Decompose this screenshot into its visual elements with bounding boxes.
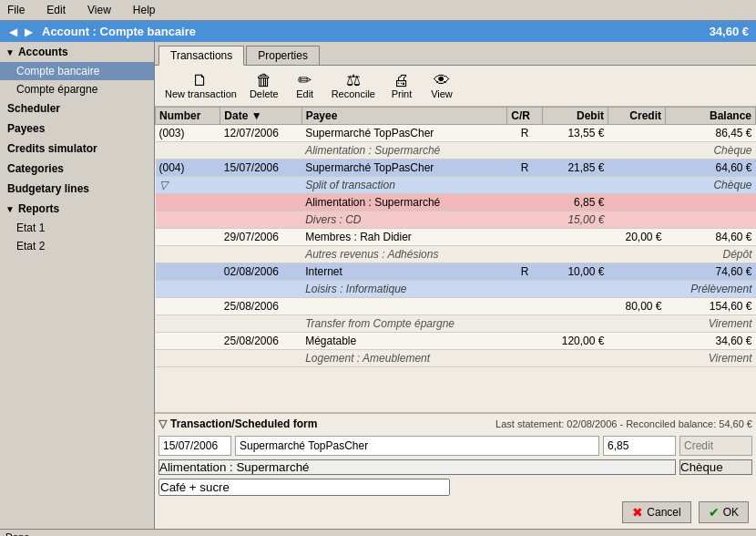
sidebar-item-scheduler[interactable]: Scheduler [0, 98, 154, 119]
table-cell: 15,00 € [543, 211, 608, 229]
table-cell: 154,60 € [666, 298, 756, 315]
view-button[interactable]: 👁 View [424, 69, 460, 102]
sidebar-item-compte-bancaire[interactable]: Compte bancaire [0, 62, 154, 80]
table-cell: Dépôt [666, 246, 756, 263]
transaction-table[interactable]: Number Date ▼ Payee C/R Debit Credit Bal… [155, 107, 756, 412]
edit-label: Edit [296, 88, 313, 99]
table-row[interactable]: 25/08/2006Mégatable120,00 €34,60 € [156, 333, 756, 350]
ok-icon: ✔ [709, 505, 720, 520]
table-cell [156, 350, 220, 367]
new-transaction-icon: 🗋 [192, 72, 209, 88]
table-row[interactable]: ▽Split of transactionChèque [156, 177, 756, 194]
table-row[interactable]: 29/07/2006Membres : Rah Didier20,00 €84,… [156, 229, 756, 246]
sidebar-item-credits[interactable]: Credits simulator [0, 139, 154, 159]
ok-label: OK [723, 506, 739, 519]
table-cell [156, 194, 220, 211]
reconcile-button[interactable]: ⚖ Reconcile [327, 69, 380, 102]
table-cell [507, 350, 543, 367]
table-cell [156, 142, 220, 160]
edit-button[interactable]: ✏ Edit [287, 69, 323, 102]
table-cell [220, 177, 301, 194]
reports-label: Reports [18, 202, 59, 215]
form-title-text: Transaction/Scheduled form [170, 417, 317, 430]
col-debit: Debit [543, 108, 608, 125]
table-row[interactable]: Divers : CD15,00 € [156, 211, 756, 229]
payee-select[interactable]: Supermarché TopPasCher [235, 436, 599, 456]
table-cell [507, 281, 543, 298]
credit-amount-input[interactable] [679, 436, 752, 456]
menu-file[interactable]: File [4, 2, 28, 18]
cancel-icon: ✖ [632, 505, 643, 520]
menu-help[interactable]: Help [129, 2, 159, 18]
table-row[interactable]: (004)15/07/2006Supermarché TopPasCherR21… [156, 160, 756, 177]
ok-button[interactable]: ✔ OK [699, 501, 749, 523]
print-button[interactable]: 🖨 Print [383, 69, 420, 102]
table-cell: Split of transaction [301, 177, 507, 194]
table-cell [543, 350, 608, 367]
cancel-label: Cancel [647, 506, 680, 519]
delete-button[interactable]: 🗑 Delete [245, 69, 283, 102]
menu-view[interactable]: View [84, 2, 115, 18]
print-label: Print [392, 88, 413, 99]
table-row[interactable]: Alimentation : SupermarchéChèque [156, 142, 756, 160]
table-row[interactable]: Autres revenus : AdhésionsDépôt [156, 246, 756, 263]
table-cell [543, 281, 608, 298]
table-cell: Chèque [666, 177, 756, 194]
memo-input[interactable] [158, 479, 450, 496]
table-body: (003)12/07/2006Supermarché TopPasCherR13… [156, 125, 756, 367]
table-cell: Transfer from Compte épargne [301, 315, 507, 333]
reports-section[interactable]: ▼ Reports [0, 199, 154, 219]
debit-amount-input[interactable] [603, 436, 676, 456]
table-cell [608, 333, 665, 350]
new-transaction-button[interactable]: 🗋 New transaction [160, 69, 241, 102]
table-cell: Prélèvement [666, 281, 756, 298]
tab-transactions[interactable]: Transactions [158, 46, 244, 66]
cheque-select[interactable]: Chèque [679, 459, 752, 475]
table-cell [608, 211, 665, 229]
table-row[interactable]: 02/08/2006InternetR10,00 €74,60 € [156, 263, 756, 281]
table-row[interactable]: 25/08/200680,00 €154,60 € [156, 298, 756, 315]
prev-arrow[interactable]: ◀ [7, 26, 19, 38]
table-cell: 74,60 € [666, 263, 756, 281]
reconcile-label: Reconcile [332, 88, 375, 99]
table-cell [220, 281, 301, 298]
date-input[interactable] [158, 436, 231, 456]
sidebar-item-etat1[interactable]: Etat 1 [0, 219, 154, 237]
table-row[interactable]: Transfer from Compte épargneVirement [156, 315, 756, 333]
accounts-section[interactable]: ▼ Accounts [0, 42, 154, 62]
table-cell: (004) [156, 160, 220, 177]
col-payee: Payee [301, 108, 507, 125]
view-label: View [431, 88, 453, 99]
col-cr: C/R [507, 108, 543, 125]
table-cell [156, 333, 220, 350]
category-select[interactable]: Alimentation : Supermarché [158, 459, 676, 475]
cancel-button[interactable]: ✖ Cancel [622, 501, 690, 523]
table-row[interactable]: (003)12/07/2006Supermarché TopPasCherR13… [156, 125, 756, 142]
table-cell [156, 298, 220, 315]
table-cell [608, 142, 665, 160]
table-cell: 13,55 € [543, 125, 608, 142]
table-cell: Autres revenus : Adhésions [301, 246, 507, 263]
table-cell: Virement [666, 350, 756, 367]
menu-edit[interactable]: Edit [43, 2, 69, 18]
table-cell: Alimentation : Supermarché [301, 142, 507, 160]
col-date[interactable]: Date ▼ [220, 108, 301, 125]
next-arrow[interactable]: ▶ [23, 26, 35, 38]
table-row[interactable]: Loisirs : InformatiquePrélèvement [156, 281, 756, 298]
sidebar-item-categories[interactable]: Categories [0, 159, 154, 179]
table-cell: 15/07/2006 [220, 160, 301, 177]
tab-properties[interactable]: Properties [246, 46, 320, 65]
table-row[interactable]: Alimentation : Supermarché6,85 € [156, 194, 756, 211]
sidebar-item-etat2[interactable]: Etat 2 [0, 237, 154, 255]
table-cell: 21,85 € [543, 160, 608, 177]
table-cell: R [507, 160, 543, 177]
sidebar-item-budgetary[interactable]: Budgetary lines [0, 179, 154, 199]
table-row[interactable]: Logement : AmeublementVirement [156, 350, 756, 367]
form-fields-row1: Supermarché TopPasCher [158, 436, 752, 456]
sidebar-item-payees[interactable]: Payees [0, 119, 154, 139]
sidebar-item-compte-epargne[interactable]: Compte épargne [0, 80, 154, 98]
table-cell: 120,00 € [543, 333, 608, 350]
table-cell: 34,60 € [666, 333, 756, 350]
table-cell: 02/08/2006 [220, 263, 301, 281]
table-cell: Supermarché TopPasCher [301, 160, 507, 177]
